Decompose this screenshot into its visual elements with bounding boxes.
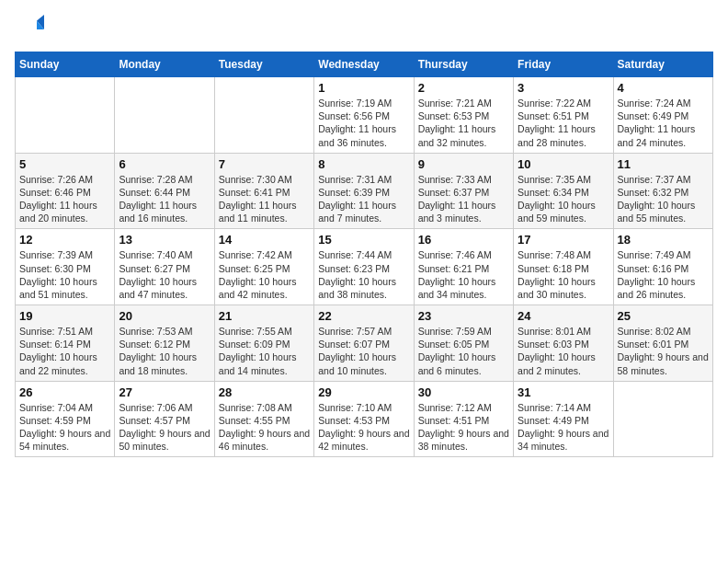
calendar-cell: 27Sunrise: 7:06 AM Sunset: 4:57 PM Dayli… <box>115 381 214 457</box>
day-number: 30 <box>418 385 509 399</box>
day-number: 16 <box>418 233 509 247</box>
calendar-cell: 9Sunrise: 7:33 AM Sunset: 6:37 PM Daylig… <box>414 153 513 229</box>
day-info: Sunrise: 7:10 AM Sunset: 4:53 PM Dayligh… <box>318 401 409 454</box>
day-info: Sunrise: 7:35 AM Sunset: 6:34 PM Dayligh… <box>518 173 609 225</box>
calendar-cell: 20Sunrise: 7:53 AM Sunset: 6:12 PM Dayli… <box>115 305 214 382</box>
calendar-cell: 31Sunrise: 7:14 AM Sunset: 4:49 PM Dayli… <box>514 381 613 457</box>
day-number: 26 <box>19 385 110 399</box>
calendar-day-header: Monday <box>115 52 214 77</box>
calendar-header-row: SundayMondayTuesdayWednesdayThursdayFrid… <box>16 52 713 77</box>
calendar-cell: 8Sunrise: 7:31 AM Sunset: 6:39 PM Daylig… <box>314 153 414 229</box>
calendar-week-row: 26Sunrise: 7:04 AM Sunset: 4:59 PM Dayli… <box>16 381 713 457</box>
logo-icon <box>15 15 44 44</box>
day-info: Sunrise: 7:51 AM Sunset: 6:14 PM Dayligh… <box>19 325 110 377</box>
calendar-cell: 18Sunrise: 7:49 AM Sunset: 6:16 PM Dayli… <box>613 229 712 305</box>
day-info: Sunrise: 7:55 AM Sunset: 6:09 PM Dayligh… <box>219 325 310 377</box>
day-info: Sunrise: 7:22 AM Sunset: 6:51 PM Dayligh… <box>518 97 609 149</box>
calendar-week-row: 12Sunrise: 7:39 AM Sunset: 6:30 PM Dayli… <box>16 229 713 305</box>
calendar-week-row: 19Sunrise: 7:51 AM Sunset: 6:14 PM Dayli… <box>16 305 713 382</box>
calendar-cell: 23Sunrise: 7:59 AM Sunset: 6:05 PM Dayli… <box>414 305 513 382</box>
calendar-day-header: Thursday <box>414 52 513 77</box>
day-number: 18 <box>618 233 709 247</box>
day-info: Sunrise: 7:33 AM Sunset: 6:37 PM Dayligh… <box>418 173 509 225</box>
day-number: 22 <box>318 309 409 323</box>
day-info: Sunrise: 7:26 AM Sunset: 6:46 PM Dayligh… <box>19 173 110 225</box>
calendar-cell: 5Sunrise: 7:26 AM Sunset: 6:46 PM Daylig… <box>16 153 115 229</box>
calendar-cell: 6Sunrise: 7:28 AM Sunset: 6:44 PM Daylig… <box>115 153 214 229</box>
day-number: 8 <box>318 157 409 171</box>
day-info: Sunrise: 7:42 AM Sunset: 6:25 PM Dayligh… <box>219 248 310 301</box>
day-number: 29 <box>318 385 409 399</box>
day-info: Sunrise: 7:31 AM Sunset: 6:39 PM Dayligh… <box>318 173 409 225</box>
calendar-cell: 3Sunrise: 7:22 AM Sunset: 6:51 PM Daylig… <box>514 77 613 154</box>
day-info: Sunrise: 7:19 AM Sunset: 6:56 PM Dayligh… <box>318 97 409 149</box>
day-info: Sunrise: 7:48 AM Sunset: 6:18 PM Dayligh… <box>518 248 609 301</box>
day-number: 1 <box>318 81 409 95</box>
day-info: Sunrise: 7:30 AM Sunset: 6:41 PM Dayligh… <box>219 173 310 225</box>
day-info: Sunrise: 8:02 AM Sunset: 6:01 PM Dayligh… <box>618 325 709 377</box>
calendar-cell: 19Sunrise: 7:51 AM Sunset: 6:14 PM Dayli… <box>16 305 115 382</box>
day-number: 28 <box>219 385 310 399</box>
calendar-cell: 17Sunrise: 7:48 AM Sunset: 6:18 PM Dayli… <box>514 229 613 305</box>
calendar-cell <box>214 77 313 154</box>
calendar-table: SundayMondayTuesdayWednesdayThursdayFrid… <box>15 52 713 457</box>
day-number: 11 <box>618 157 709 171</box>
day-info: Sunrise: 7:46 AM Sunset: 6:21 PM Dayligh… <box>418 248 509 301</box>
day-info: Sunrise: 7:06 AM Sunset: 4:57 PM Dayligh… <box>119 401 210 454</box>
day-number: 17 <box>518 233 609 247</box>
calendar-day-header: Wednesday <box>314 52 414 77</box>
calendar-cell <box>613 381 712 457</box>
day-number: 14 <box>219 233 310 247</box>
day-number: 23 <box>418 309 509 323</box>
day-number: 20 <box>119 309 210 323</box>
calendar-week-row: 5Sunrise: 7:26 AM Sunset: 6:46 PM Daylig… <box>16 153 713 229</box>
day-info: Sunrise: 7:14 AM Sunset: 4:49 PM Dayligh… <box>518 401 609 454</box>
calendar-day-header: Tuesday <box>214 52 313 77</box>
day-info: Sunrise: 8:01 AM Sunset: 6:03 PM Dayligh… <box>518 325 609 377</box>
day-number: 2 <box>418 81 509 95</box>
day-number: 31 <box>518 385 609 399</box>
calendar-cell: 30Sunrise: 7:12 AM Sunset: 4:51 PM Dayli… <box>414 381 513 457</box>
calendar-cell: 4Sunrise: 7:24 AM Sunset: 6:49 PM Daylig… <box>613 77 712 154</box>
day-info: Sunrise: 7:28 AM Sunset: 6:44 PM Dayligh… <box>119 173 210 225</box>
day-number: 10 <box>518 157 609 171</box>
day-info: Sunrise: 7:24 AM Sunset: 6:49 PM Dayligh… <box>618 97 709 149</box>
calendar-cell: 22Sunrise: 7:57 AM Sunset: 6:07 PM Dayli… <box>314 305 414 382</box>
day-number: 12 <box>19 233 110 247</box>
day-info: Sunrise: 7:57 AM Sunset: 6:07 PM Dayligh… <box>318 325 409 377</box>
day-number: 9 <box>418 157 509 171</box>
calendar-cell: 7Sunrise: 7:30 AM Sunset: 6:41 PM Daylig… <box>214 153 313 229</box>
day-number: 5 <box>19 157 110 171</box>
calendar-cell: 28Sunrise: 7:08 AM Sunset: 4:55 PM Dayli… <box>214 381 313 457</box>
calendar-cell: 29Sunrise: 7:10 AM Sunset: 4:53 PM Dayli… <box>314 381 414 457</box>
day-info: Sunrise: 7:40 AM Sunset: 6:27 PM Dayligh… <box>119 248 210 301</box>
calendar-cell: 10Sunrise: 7:35 AM Sunset: 6:34 PM Dayli… <box>514 153 613 229</box>
day-info: Sunrise: 7:53 AM Sunset: 6:12 PM Dayligh… <box>119 325 210 377</box>
calendar-cell: 13Sunrise: 7:40 AM Sunset: 6:27 PM Dayli… <box>115 229 214 305</box>
day-number: 15 <box>318 233 409 247</box>
day-info: Sunrise: 7:12 AM Sunset: 4:51 PM Dayligh… <box>418 401 509 454</box>
day-info: Sunrise: 7:44 AM Sunset: 6:23 PM Dayligh… <box>318 248 409 301</box>
day-info: Sunrise: 7:49 AM Sunset: 6:16 PM Dayligh… <box>618 248 709 301</box>
calendar-cell: 1Sunrise: 7:19 AM Sunset: 6:56 PM Daylig… <box>314 77 414 154</box>
calendar-cell <box>16 77 115 154</box>
day-number: 7 <box>219 157 310 171</box>
page-header <box>15 15 713 44</box>
calendar-cell: 16Sunrise: 7:46 AM Sunset: 6:21 PM Dayli… <box>414 229 513 305</box>
day-info: Sunrise: 7:21 AM Sunset: 6:53 PM Dayligh… <box>418 97 509 149</box>
day-number: 6 <box>119 157 210 171</box>
calendar-cell: 24Sunrise: 8:01 AM Sunset: 6:03 PM Dayli… <box>514 305 613 382</box>
calendar-cell: 11Sunrise: 7:37 AM Sunset: 6:32 PM Dayli… <box>613 153 712 229</box>
calendar-day-header: Sunday <box>16 52 115 77</box>
day-number: 19 <box>19 309 110 323</box>
calendar-cell: 12Sunrise: 7:39 AM Sunset: 6:30 PM Dayli… <box>16 229 115 305</box>
calendar-day-header: Saturday <box>613 52 712 77</box>
calendar-cell: 15Sunrise: 7:44 AM Sunset: 6:23 PM Dayli… <box>314 229 414 305</box>
calendar-cell: 14Sunrise: 7:42 AM Sunset: 6:25 PM Dayli… <box>214 229 313 305</box>
day-number: 25 <box>618 309 709 323</box>
day-info: Sunrise: 7:39 AM Sunset: 6:30 PM Dayligh… <box>19 248 110 301</box>
day-number: 3 <box>518 81 609 95</box>
calendar-cell: 21Sunrise: 7:55 AM Sunset: 6:09 PM Dayli… <box>214 305 313 382</box>
day-info: Sunrise: 7:37 AM Sunset: 6:32 PM Dayligh… <box>618 173 709 225</box>
day-info: Sunrise: 7:04 AM Sunset: 4:59 PM Dayligh… <box>19 401 110 454</box>
